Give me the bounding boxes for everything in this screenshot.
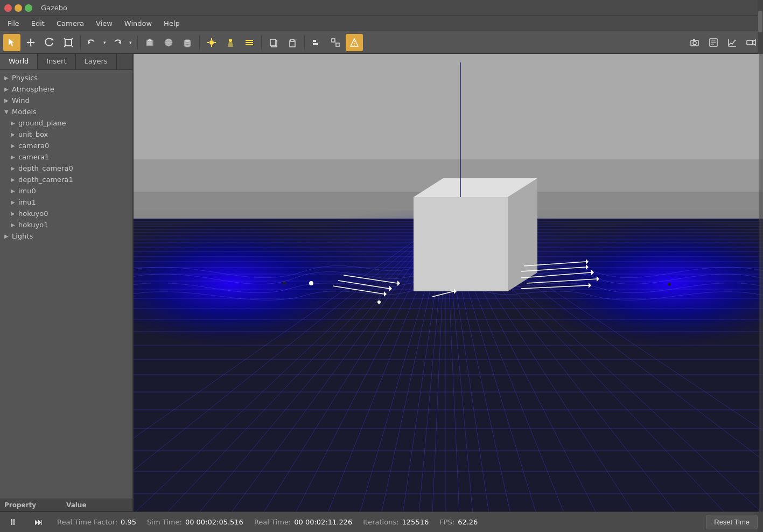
real-time-value: 00 00:02:11.226: [294, 518, 352, 526]
svg-point-22: [184, 44, 191, 47]
maximize-button[interactable]: [25, 4, 32, 12]
tree-imu0[interactable]: ▶ imu0: [0, 185, 132, 197]
menubar: File Edit Camera View Window Help: [0, 16, 763, 31]
viewport-scrollbar[interactable]: [759, 54, 763, 512]
svg-line-10: [72, 38, 73, 39]
tree-hokuyo0[interactable]: ▶ hokuyo0: [0, 208, 132, 219]
redo-dropdown-button[interactable]: ▾: [127, 34, 134, 51]
tree-wind-label: Wind: [12, 96, 30, 104]
tree-lights[interactable]: ▶ Lights: [0, 230, 132, 242]
tree-unit_box[interactable]: ▶ unit_box: [0, 129, 132, 140]
svg-marker-0: [9, 39, 14, 46]
svg-rect-34: [270, 39, 276, 46]
pause-button[interactable]: ⏸: [5, 515, 20, 530]
svg-marker-43: [351, 39, 358, 46]
toolbar-sep-3: [199, 36, 200, 50]
tab-world[interactable]: World: [0, 54, 38, 69]
menu-window[interactable]: Window: [119, 18, 157, 29]
tree-camera1[interactable]: ▶ camera1: [0, 151, 132, 163]
tab-insert[interactable]: Insert: [38, 54, 75, 69]
menu-camera[interactable]: Camera: [51, 18, 89, 29]
svg-rect-36: [291, 39, 294, 41]
arrow-icon: ▶: [11, 143, 16, 149]
menu-edit[interactable]: Edit: [26, 18, 50, 29]
titlebar: Gazebo: [0, 0, 763, 16]
menu-file[interactable]: File: [2, 18, 25, 29]
tree-scrollbar-thumb[interactable]: [758, 11, 762, 32]
screenshot-button[interactable]: [686, 34, 703, 51]
properties-col-value: Value: [66, 501, 128, 509]
tree-imu1[interactable]: ▶ imu1: [0, 197, 132, 208]
scale-tool-button[interactable]: [60, 34, 77, 51]
tree-physics[interactable]: ▶ Physics: [0, 72, 132, 83]
toolbar-sep-5: [304, 36, 305, 50]
menu-view[interactable]: View: [90, 18, 118, 29]
svg-marker-3: [30, 38, 32, 40]
undo-button[interactable]: [84, 34, 99, 51]
svg-marker-5: [26, 41, 29, 44]
insert-sphere-button[interactable]: [160, 34, 177, 51]
svg-point-46: [693, 41, 696, 45]
tree-wind[interactable]: ▶ Wind: [0, 95, 132, 106]
tree-physics-label: Physics: [12, 74, 38, 82]
tree-hokuyo1[interactable]: ▶ hokuyo1: [0, 219, 132, 230]
insert-cylinder-button[interactable]: [179, 34, 196, 51]
insert-point-light-button[interactable]: [203, 34, 220, 51]
svg-marker-6: [33, 41, 35, 44]
window-controls: [4, 4, 32, 12]
toolbar-sep-1: [80, 36, 81, 50]
svg-rect-40: [332, 39, 335, 42]
arrow-icon: ▶: [4, 86, 10, 92]
tree-unit_box-label: unit_box: [18, 130, 48, 138]
insert-dir-light-button[interactable]: [241, 34, 258, 51]
tree-depth_camera0[interactable]: ▶ depth_camera0: [0, 163, 132, 174]
tree-models[interactable]: ▼ Models: [0, 106, 132, 117]
tree-atmosphere[interactable]: ▶ Atmosphere: [0, 83, 132, 95]
tree-camera0[interactable]: ▶ camera0: [0, 140, 132, 151]
real-time: Real Time: 00 00:02:11.226: [254, 518, 352, 526]
menu-help[interactable]: Help: [158, 18, 185, 29]
svg-rect-37: [313, 40, 316, 42]
redo-button[interactable]: [110, 34, 125, 51]
tab-layers[interactable]: Layers: [76, 54, 117, 69]
rotate-tool-button[interactable]: [41, 34, 58, 51]
statusbar: ⏸ ⏭ Real Time Factor: 0.95 Sim Time: 00 …: [0, 512, 763, 532]
tree-camera1-label: camera1: [18, 153, 49, 161]
tree-models-label: Models: [12, 108, 37, 116]
log-button[interactable]: [705, 34, 722, 51]
view-angle-button[interactable]: [346, 34, 363, 51]
iterations-label: Iterations:: [363, 518, 398, 526]
copy-button[interactable]: [265, 34, 282, 51]
minimize-button[interactable]: [15, 4, 22, 12]
insert-spot-light-button[interactable]: [222, 34, 239, 51]
snap-button[interactable]: [327, 34, 344, 51]
paste-button[interactable]: [284, 34, 301, 51]
fps-label: FPS:: [439, 518, 454, 526]
arrow-icon: ▶: [11, 154, 16, 160]
tree-depth_camera1[interactable]: ▶ depth_camera1: [0, 174, 132, 185]
select-tool-button[interactable]: [3, 34, 20, 51]
tree-depth_camera1-label: depth_camera1: [18, 176, 73, 184]
undo-dropdown-button[interactable]: ▾: [101, 34, 108, 51]
reset-time-button[interactable]: Reset Time: [706, 515, 758, 529]
arrow-icon: ▶: [11, 188, 16, 194]
tree-lights-label: Lights: [12, 232, 33, 240]
arrow-icon: ▶: [11, 177, 16, 183]
step-button[interactable]: ⏭: [31, 515, 46, 530]
svg-point-21: [184, 39, 191, 42]
translate-tool-button[interactable]: [22, 34, 39, 51]
plot-button[interactable]: [724, 34, 741, 51]
arrow-icon: ▶: [4, 75, 10, 81]
svg-marker-29: [228, 42, 233, 47]
close-button[interactable]: [4, 4, 12, 12]
svg-rect-8: [65, 39, 72, 46]
insert-box-button[interactable]: [141, 34, 158, 51]
svg-point-148: [377, 300, 381, 304]
viewport[interactable]: [134, 54, 763, 512]
svg-marker-55: [753, 40, 755, 45]
align-button[interactable]: [308, 34, 325, 51]
arrow-icon: ▶: [11, 120, 16, 126]
tree-ground_plane[interactable]: ▶ ground_plane: [0, 117, 132, 129]
properties-col-property: Property: [4, 501, 66, 509]
arrow-icon: ▼: [4, 109, 10, 115]
